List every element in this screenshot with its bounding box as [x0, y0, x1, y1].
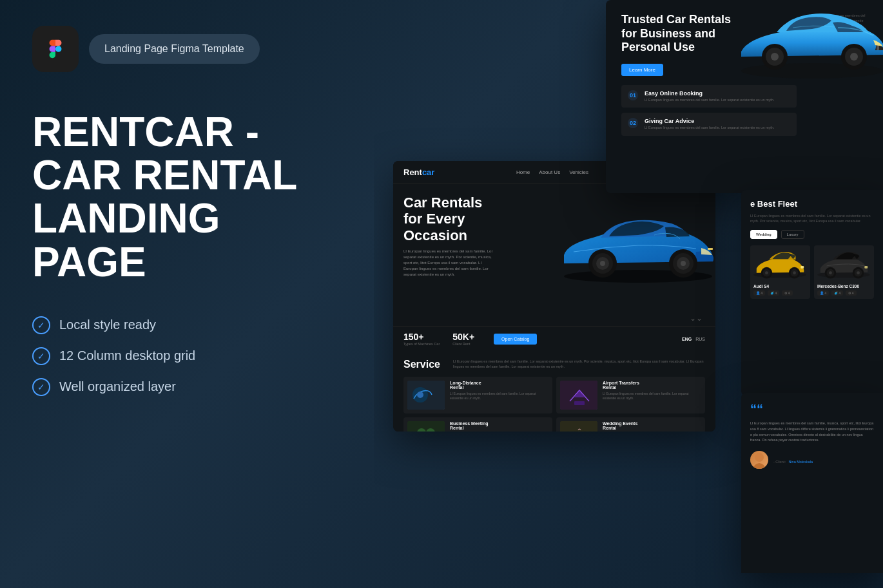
- nav-vehicles[interactable]: Vehicles: [569, 169, 588, 175]
- svg-rect-46: [864, 266, 868, 269]
- main-title: RENTCAR -CAR RENTALLANDINGPAGE: [32, 111, 342, 284]
- svg-point-17: [681, 261, 686, 266]
- service-grid: Long-DistanceRental LI Europan lingues e…: [403, 377, 705, 432]
- car-card-name-mercedes: Mercedes-Benz C300: [817, 284, 871, 289]
- car-card-specs-mercedes: 👤 4 🧳 4 ⚙ 4: [817, 290, 871, 296]
- client-avatar: [750, 451, 768, 469]
- spec-badge-3: ⚙ 4: [782, 290, 792, 296]
- svg-rect-9: [708, 248, 713, 250]
- svg-point-33: [765, 271, 768, 274]
- service-header: Service LI Europan lingues es membres de…: [403, 359, 705, 370]
- lang-eng[interactable]: ENG: [682, 337, 692, 341]
- service-card-long-distance: Long-DistanceRental LI Europan lingues e…: [403, 377, 552, 413]
- nav-about[interactable]: About Us: [539, 169, 560, 175]
- service-text-1: LI Europan lingues es membres del sam fa…: [450, 392, 548, 401]
- service-title: Service: [403, 359, 440, 370]
- spec-badge-1: 👤 4: [753, 290, 765, 296]
- feature-item-1: ✓ Local style ready: [32, 316, 342, 334]
- svg-point-36: [793, 271, 796, 274]
- service-text-2: LI Europan lingues es membres del sam fa…: [603, 392, 701, 401]
- service-card-wedding: Wedding EventsRental LI Europan lingues …: [556, 417, 705, 432]
- template-badge: Landing Page Figma Template: [89, 34, 260, 64]
- stat-number-1: 150+: [403, 332, 440, 342]
- fleet-mockup: e Best Fleet LI Europan lingues es membr…: [741, 190, 883, 396]
- service-thumb-wedding: [560, 421, 597, 432]
- car-cards: Audi S4 👤 4 🧳 4 ⚙ 4: [750, 245, 874, 299]
- car-card-img-mercedes: [814, 245, 874, 281]
- service-info-4: Wedding EventsRental LI Europan lingues …: [603, 421, 701, 432]
- car-card-audi: Audi S4 👤 4 🧳 4 ⚙ 4: [750, 245, 810, 299]
- fleet-filters: Wedding Luxury: [750, 230, 874, 239]
- stat-item-1: 150+ Types of Machines Car: [403, 332, 440, 346]
- service-info-1: Long-DistanceRental LI Europan lingues e…: [450, 381, 548, 410]
- features-list: ✓ Local style ready ✓ 12 Column desktop …: [32, 316, 342, 396]
- learn-more-btn[interactable]: Learn More: [621, 64, 663, 76]
- svg-point-13: [600, 261, 605, 266]
- bmw-car-area: [728, 0, 883, 97]
- service-item-desc-2: LI Europan lingues es membres del sam fa…: [645, 126, 774, 131]
- spec-badge-4: 👤 4: [817, 290, 829, 296]
- service-name-4: Wedding EventsRental: [603, 421, 701, 430]
- check-icon-2: ✓: [32, 347, 50, 365]
- svg-point-6: [850, 53, 858, 61]
- quote-mark: ““: [750, 402, 874, 417]
- spec-badge-5: 🧳 4: [831, 290, 843, 296]
- fleet-title: e Best Fleet: [750, 199, 874, 209]
- filter-luxury[interactable]: Luxury: [781, 230, 804, 239]
- svg-rect-22: [574, 401, 585, 405]
- logo-area: Landing Page Figma Template: [32, 26, 342, 72]
- service-card-airport: Airport TransfersRental LI Europan lingu…: [556, 377, 705, 413]
- service-card-business: Business MeetingRental LI Europan lingue…: [403, 417, 552, 432]
- svg-point-20: [417, 392, 423, 398]
- service-item-advice: 02 Giving Car Advice LI Europan lingues …: [621, 113, 797, 136]
- car-card-specs-audi: 👤 4 🧳 4 ⚙ 4: [753, 290, 807, 296]
- hero-car-img: [554, 191, 715, 294]
- client-area: - Client: Nina Moleskala: [750, 451, 874, 469]
- lang-rus[interactable]: RUS: [695, 337, 705, 341]
- service-info-2: Airport TransfersRental LI Europan lingu…: [603, 381, 701, 410]
- svg-point-42: [829, 271, 832, 274]
- stat-item-2: 50K+ Client Rent: [452, 332, 474, 346]
- filter-wedding[interactable]: Wedding: [750, 230, 777, 239]
- service-info-3: Business MeetingRental LI Europan lingue…: [450, 421, 548, 432]
- spec-badge-2: 🧳 4: [768, 290, 779, 296]
- service-section: Service LI Europan lingues es membres de…: [393, 351, 715, 432]
- main-mockup: Rentcar Home About Us Vehicles Contact U…: [393, 161, 715, 432]
- hero-description: LI Europan lingues es membres del sam fa…: [403, 249, 494, 278]
- service-name-2: Airport TransfersRental: [603, 381, 701, 390]
- stat-label-1: Types of Machines Car: [403, 342, 440, 346]
- left-panel: Landing Page Figma Template RENTCAR -CAR…: [0, 0, 374, 588]
- client-name: Nina Moleskala: [788, 460, 813, 464]
- stat-label-2: Client Rent: [452, 342, 474, 346]
- check-icon-1: ✓: [32, 316, 50, 334]
- svg-rect-37: [801, 266, 804, 269]
- nav-home[interactable]: Home: [516, 169, 530, 175]
- car-card-info-mercedes: Mercedes-Benz C300 👤 4 🧳 4 ⚙ 4: [814, 281, 874, 299]
- figma-icon: [32, 26, 79, 72]
- service-item-desc-1: LI Europan lingues es membres del sam fa…: [645, 98, 774, 103]
- service-name-3: Business MeetingRental: [450, 421, 548, 430]
- mockups-area: Trusted Car Rentalsfor Business andPerso…: [374, 0, 883, 588]
- service-desc: LI Europan lingues es membres del sam fa…: [453, 359, 705, 370]
- spec-badge-6: ⚙ 4: [846, 290, 856, 296]
- car-card-name-audi: Audi S4: [753, 284, 807, 289]
- mock-nav-links: Home About Us Vehicles: [516, 169, 588, 175]
- svg-point-47: [755, 453, 764, 462]
- feature-item-2: ✓ 12 Column desktop grid: [32, 347, 342, 365]
- service-thumb-airport: [560, 381, 597, 410]
- car-card-img-audi: [750, 245, 810, 281]
- svg-rect-23: [407, 421, 445, 432]
- lang-switch: ENG RUS: [682, 337, 705, 341]
- open-catalog-btn[interactable]: Open Catalog: [494, 334, 537, 345]
- stat-number-2: 50K+: [452, 332, 474, 342]
- svg-rect-26: [560, 421, 597, 432]
- service-num-1: 01: [628, 90, 638, 100]
- car-card-info-audi: Audi S4 👤 4 🧳 4 ⚙ 4: [750, 281, 810, 299]
- testimonial-text: LI Europan lingues es membres del sam fa…: [750, 421, 874, 443]
- top-mockup: Trusted Car Rentalsfor Business andPerso…: [606, 0, 883, 193]
- service-thumb-distance: [407, 381, 445, 410]
- svg-point-3: [771, 53, 779, 61]
- scroll-chevron: ⌄⌄: [690, 314, 703, 323]
- service-name-1: Long-DistanceRental: [450, 381, 548, 390]
- check-icon-3: ✓: [32, 378, 50, 396]
